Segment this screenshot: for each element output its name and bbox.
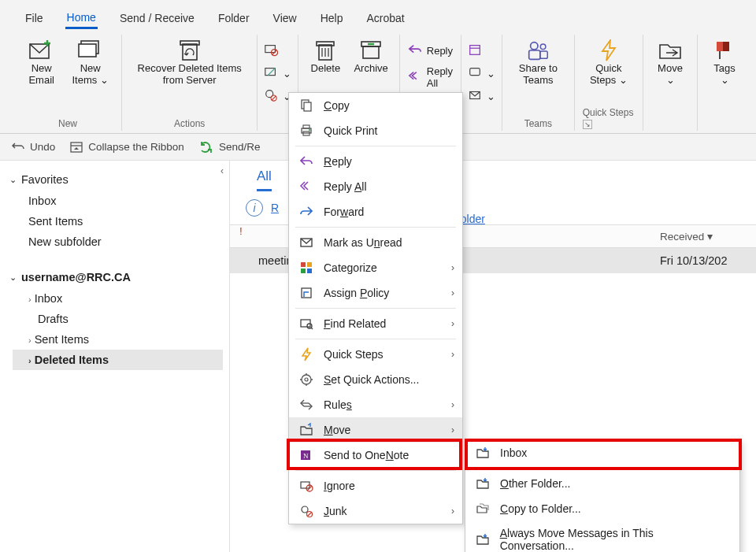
ignore-mini-button[interactable] bbox=[261, 41, 295, 61]
tab-view[interactable]: View bbox=[272, 9, 298, 28]
tab-acrobat[interactable]: Acrobat bbox=[365, 9, 406, 28]
reply-all-label: Reply All bbox=[427, 65, 453, 89]
tab-file[interactable]: File bbox=[24, 9, 45, 28]
folder-deleted[interactable]: ›Deleted Items bbox=[13, 350, 223, 370]
new-items-button[interactable]: New Items ⌄ bbox=[67, 38, 113, 88]
ctx-set-quick-actions-[interactable]: Set Quick Actions... bbox=[289, 367, 462, 392]
fav-item-inbox[interactable]: Inbox bbox=[13, 191, 223, 211]
tab-help[interactable]: Help bbox=[319, 9, 345, 28]
folder-icon bbox=[475, 476, 491, 491]
ctx-label: Move bbox=[324, 424, 350, 436]
favorites-heading[interactable]: ⌄ Favorites bbox=[6, 169, 223, 191]
submenu-inbox[interactable]: Inbox bbox=[465, 440, 739, 465]
ctx-assign-policy[interactable]: Assign Policy› bbox=[289, 280, 462, 306]
folder-drafts[interactable]: Drafts bbox=[13, 309, 223, 329]
new-items-icon bbox=[78, 39, 103, 61]
undo-button[interactable]: Undo bbox=[11, 140, 55, 154]
share-to-teams-button[interactable]: Share to Teams bbox=[510, 38, 566, 88]
svg-rect-4 bbox=[180, 41, 199, 45]
svg-rect-22 bbox=[470, 69, 480, 76]
ctx-quick-steps[interactable]: Quick Steps› bbox=[289, 342, 462, 367]
fav-item-newsub[interactable]: New subfolder bbox=[13, 232, 223, 252]
submenu-copy-to-folder-[interactable]: Copy to Folder... bbox=[465, 496, 739, 521]
move-icon bbox=[298, 423, 314, 437]
ctx-label: Categorize bbox=[324, 261, 377, 274]
svg-point-49 bbox=[305, 378, 308, 381]
new-items-label: New Items ⌄ bbox=[70, 63, 110, 87]
info-link-left[interactable]: R bbox=[271, 202, 279, 214]
svg-rect-18 bbox=[363, 46, 379, 58]
account-heading[interactable]: ⌄ username@RRC.CA bbox=[6, 266, 223, 288]
ribbon-tabs: File Home Send / Receive Folder View Hel… bbox=[0, 0, 756, 31]
delete-icon bbox=[313, 39, 338, 61]
reply-button[interactable]: Reply bbox=[405, 41, 456, 61]
ctx-reply[interactable]: Reply bbox=[289, 149, 462, 174]
svg-point-48 bbox=[302, 375, 311, 384]
copyto-icon bbox=[475, 502, 491, 516]
svg-rect-3 bbox=[183, 44, 197, 60]
submenu-label: Copy to Folder... bbox=[500, 502, 581, 515]
archive-button[interactable]: Archive bbox=[350, 38, 391, 76]
replyall-icon bbox=[298, 180, 314, 194]
svg-rect-44 bbox=[302, 288, 311, 298]
ctx-forward[interactable]: Forward bbox=[289, 199, 462, 224]
navigation-pane: ⌄ Favorites Inbox Sent Items New subfold… bbox=[0, 161, 230, 552]
archive-label: Archive bbox=[354, 63, 387, 75]
ctx-find-related[interactable]: Find Related› bbox=[289, 311, 462, 336]
nav-collapse-handle[interactable]: ‹ bbox=[220, 165, 224, 176]
ctx-reply-all[interactable]: Reply All bbox=[289, 174, 462, 199]
reply-icon bbox=[298, 154, 314, 169]
svg-rect-13 bbox=[317, 42, 334, 46]
im-mini-button[interactable]: ⌄ bbox=[465, 64, 498, 83]
move-icon bbox=[658, 39, 683, 61]
cleanup-mini-button[interactable]: ⌄ bbox=[261, 64, 295, 83]
delete-button[interactable]: Delete bbox=[306, 38, 344, 76]
more-respond-mini-icon bbox=[468, 88, 482, 105]
ctx-mark-as-unread[interactable]: Mark as Unread bbox=[289, 230, 462, 255]
ctx-junk[interactable]: Junk› bbox=[289, 498, 462, 524]
fav-item-sent[interactable]: Sent Items bbox=[13, 211, 223, 232]
ribbon-group-tags: Tags ⌄ bbox=[698, 35, 751, 131]
new-email-button[interactable]: New Email bbox=[22, 38, 61, 88]
submenu-label: Other Folder... bbox=[500, 477, 570, 490]
folder-sent[interactable]: ›Sent Items bbox=[13, 329, 223, 350]
ctx-move[interactable]: Move› bbox=[289, 417, 462, 443]
ctx-ignore[interactable]: Ignore bbox=[289, 473, 462, 498]
meeting-mini-icon bbox=[468, 43, 482, 59]
received-column[interactable]: Received ▾ bbox=[654, 225, 756, 247]
list-tab-all[interactable]: All bbox=[257, 169, 272, 191]
info-icon: i bbox=[246, 199, 263, 217]
svg-point-25 bbox=[541, 44, 547, 50]
ctx-copy[interactable]: Copy bbox=[289, 93, 462, 118]
ctx-send-to-onenote[interactable]: NSend to OneNote bbox=[289, 443, 462, 468]
ctx-categorize[interactable]: Categorize› bbox=[289, 255, 462, 280]
submenu-other-folder-[interactable]: Other Folder... bbox=[465, 471, 739, 496]
svg-rect-2 bbox=[79, 44, 96, 57]
ctx-label: Forward bbox=[324, 206, 364, 218]
tab-send-receive[interactable]: Send / Receive bbox=[118, 9, 196, 28]
ctx-label: Send to OneNote bbox=[324, 449, 409, 461]
meeting-mini-button[interactable] bbox=[465, 41, 498, 61]
folder-inbox[interactable]: ›Inbox bbox=[13, 288, 223, 309]
tab-home[interactable]: Home bbox=[65, 8, 98, 29]
move-button[interactable]: Move ⌄ bbox=[651, 38, 689, 88]
ctx-rules[interactable]: Rules› bbox=[289, 392, 462, 417]
chevron-down-icon: ⌄ bbox=[9, 272, 17, 283]
tab-folder[interactable]: Folder bbox=[217, 9, 251, 28]
recover-deleted-button[interactable]: Recover Deleted Items from Server bbox=[130, 38, 249, 88]
junk-mini-icon bbox=[264, 88, 278, 105]
reply-all-button[interactable]: Reply All bbox=[405, 64, 456, 91]
flag-column[interactable]: ! bbox=[230, 225, 252, 247]
ribbon-group-respond-extra: ⌄ ⌄ bbox=[461, 35, 502, 131]
chevron-right-icon: › bbox=[451, 349, 454, 360]
send-receive-button[interactable]: Send/Re bbox=[198, 140, 261, 154]
ctx-label: Rules bbox=[324, 398, 352, 411]
more-respond-mini-button[interactable]: ⌄ bbox=[465, 87, 498, 106]
tags-button[interactable]: Tags ⌄ bbox=[706, 38, 743, 88]
collapse-ribbon-button[interactable]: Collapse the Ribbon bbox=[69, 140, 184, 154]
quick-steps-button[interactable]: Quick Steps ⌄ bbox=[583, 38, 635, 88]
ctx-quick-print[interactable]: Quick Print bbox=[289, 118, 462, 143]
reply-all-icon bbox=[408, 69, 422, 86]
submenu-always-move-messages-in-this-conversation-[interactable]: Always Move Messages in This Conversatio… bbox=[465, 521, 739, 552]
always-icon bbox=[475, 532, 491, 546]
